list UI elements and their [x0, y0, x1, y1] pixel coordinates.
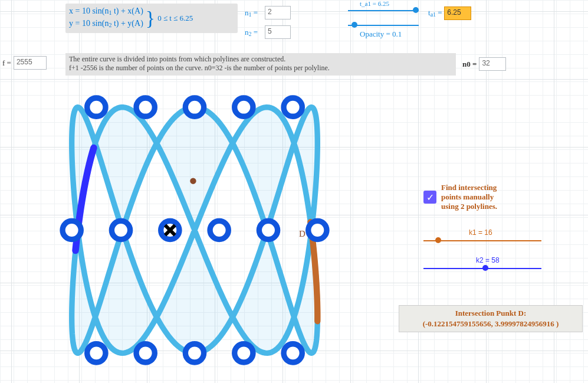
point-d-result: Intersection Punkt D: (-0.12215475915565… — [399, 305, 583, 332]
f-label: f = — [2, 58, 11, 68]
svg-point-1 — [136, 98, 155, 116]
svg-point-14 — [259, 221, 277, 239]
svg-point-4 — [284, 98, 302, 116]
brace-icon: } — [146, 8, 155, 28]
point-d-marker — [190, 178, 196, 184]
svg-point-6 — [136, 344, 155, 362]
t-range: 0 ≤ t ≤ 6.25 — [157, 14, 193, 23]
svg-point-7 — [185, 344, 203, 362]
point-d-title: Intersection Punkt D: — [399, 308, 582, 319]
opacity-slider[interactable] — [348, 21, 419, 30]
n2-input[interactable]: 5 — [265, 25, 291, 39]
description-line1: The entire curve is divided into points … — [69, 55, 452, 64]
ta1-slider[interactable] — [348, 6, 419, 15]
equation-box: x = 10 sin(n1 t) + x(A) y = 10 sin(n2 t)… — [65, 4, 238, 33]
svg-point-10 — [63, 221, 81, 239]
equation-y: y = 10 sin(n2 t) + y(A) — [69, 18, 143, 31]
n0-label: n0 = — [462, 60, 477, 69]
k2-label: k2 = 58 — [476, 256, 500, 264]
ta1-input[interactable]: 6.25 — [444, 6, 471, 20]
point-d-coords: (-0.122154759155656, 3.99997824956916 ) — [399, 319, 582, 329]
manual-text: Find intersecting points manually using … — [441, 183, 497, 211]
svg-point-8 — [235, 344, 253, 362]
k1-slider[interactable] — [423, 236, 541, 245]
f-input[interactable]: 2555 — [14, 56, 47, 70]
ta1-input-label: ta1 = 6.25 — [428, 6, 471, 20]
svg-point-3 — [235, 98, 253, 116]
n2-label: n2 = — [245, 28, 265, 37]
n1-input[interactable]: 2 — [265, 6, 291, 19]
n1-label: n1 = — [245, 8, 265, 18]
k1-label: k1 = 16 — [469, 228, 492, 237]
svg-point-15 — [308, 221, 327, 239]
svg-point-9 — [284, 344, 302, 362]
k2-slider[interactable] — [423, 264, 541, 273]
svg-point-0 — [87, 98, 106, 116]
lissajous-curve — [6, 83, 383, 378]
opacity-label: Opacity = 0.1 — [360, 30, 402, 39]
description-line2: f+1 -2556 is the number of points on the… — [69, 64, 452, 73]
svg-point-2 — [185, 98, 203, 116]
n0-input[interactable]: 32 — [479, 57, 506, 71]
equation-x: x = 10 sin(n1 t) + x(A) — [69, 6, 143, 18]
check-icon: ✓ — [426, 192, 434, 203]
description-box: The entire curve is divided into points … — [65, 53, 456, 76]
manual-checkbox[interactable]: ✓ — [423, 191, 436, 204]
svg-point-11 — [111, 221, 130, 239]
svg-point-5 — [87, 344, 106, 362]
svg-point-13 — [210, 221, 228, 239]
